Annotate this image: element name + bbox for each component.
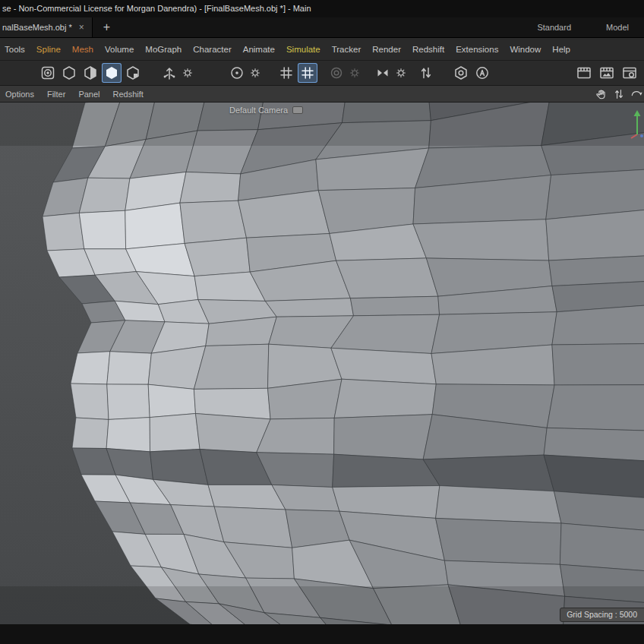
menu-redshift[interactable]: Redshift — [412, 45, 444, 54]
menu-character[interactable]: Character — [193, 45, 232, 54]
layout-standard[interactable]: Standard — [537, 23, 571, 32]
annotation-icon[interactable] — [472, 63, 492, 83]
snapping-icon[interactable] — [298, 63, 317, 83]
menu-bar: ToolsSplineMeshVolumeMoGraphCharacterAni… — [0, 37, 644, 60]
toolbar-group — [276, 63, 317, 83]
orbit-icon[interactable] — [629, 87, 644, 101]
mirror-options-gear-icon[interactable] — [394, 63, 407, 83]
camera-label[interactable]: Default Camera — [229, 106, 303, 115]
mirror-tool-icon[interactable] — [373, 63, 393, 83]
viewport-menu-filter[interactable]: Filter — [47, 90, 65, 99]
snap-settings-gear-icon[interactable] — [348, 63, 361, 83]
window-title-text: se - Non-Commercial License for Morgan D… — [2, 4, 311, 13]
tab-finalbasemesh[interactable]: nalBaseMesh.obj * × — [0, 17, 93, 37]
grid-spacing-readout: Grid Spacing : 5000 — [560, 608, 644, 622]
workplane-icon[interactable] — [276, 63, 296, 83]
menu-tools[interactable]: Tools — [5, 45, 25, 54]
menu-simulate[interactable]: Simulate — [286, 45, 320, 54]
viewport-controls — [594, 87, 644, 101]
toolbar — [0, 60, 644, 85]
timeline-bar — [0, 624, 644, 644]
pan-hand-icon[interactable] — [594, 87, 609, 101]
menu-help[interactable]: Help — [552, 45, 570, 54]
viewport[interactable]: Default Camera Grid Spacing : 5000 — [0, 103, 644, 624]
menu-spline[interactable]: Spline — [36, 45, 61, 54]
menu-tracker[interactable]: Tracker — [332, 45, 361, 54]
viewport-menu-bar: OptionsFilterPanelRedshift — [0, 85, 644, 103]
tab-close-icon[interactable]: × — [79, 23, 84, 32]
rotate-tool-options-gear-icon[interactable] — [248, 63, 261, 83]
viewport-menu-panel[interactable]: Panel — [78, 90, 99, 99]
menu-window[interactable]: Window — [510, 45, 541, 54]
menu-render[interactable]: Render — [372, 45, 401, 54]
move-tool-icon[interactable] — [159, 63, 179, 83]
viewport-top-shade — [0, 103, 644, 146]
toolbar-group — [38, 63, 143, 83]
menu-volume[interactable]: Volume — [105, 45, 134, 54]
menu-mesh[interactable]: Mesh — [72, 45, 93, 54]
axis-x-arrow — [631, 134, 637, 138]
menu-animate[interactable]: Animate — [243, 45, 275, 54]
dolly-arrows-icon[interactable] — [611, 87, 627, 101]
viewport-bottom-shade — [0, 586, 644, 624]
viewport-menu-options[interactable]: Options — [5, 90, 34, 99]
toolbar-group — [327, 63, 361, 83]
exchange-arrows-icon[interactable] — [416, 63, 436, 83]
move-tool-options-gear-icon[interactable] — [181, 63, 194, 83]
toolbar-group — [416, 63, 436, 83]
toolbar-group — [159, 63, 194, 83]
texture-mode-icon[interactable] — [80, 63, 100, 83]
toolbar-render-group — [574, 63, 639, 83]
snap-option-icon[interactable] — [327, 63, 346, 83]
viewport-menu-redshift[interactable]: Redshift — [113, 90, 144, 99]
viewport-canvas[interactable] — [0, 103, 644, 624]
render-settings-icon[interactable] — [620, 63, 639, 83]
make-editable-icon[interactable] — [38, 63, 58, 83]
asset-hexagon-icon[interactable] — [451, 63, 471, 83]
tab-bar: nalBaseMesh.obj * × + Standard Model — [0, 17, 644, 37]
menu-mograph[interactable]: MoGraph — [145, 45, 182, 54]
polygons-mode-icon[interactable] — [123, 63, 143, 83]
toolbar-group — [451, 63, 492, 83]
tab-label: nalBaseMesh.obj * — [2, 23, 72, 32]
layout-model[interactable]: Model — [606, 23, 629, 32]
render-picture-viewer-icon[interactable] — [597, 63, 617, 83]
toolbar-group — [227, 63, 261, 83]
rotate-tool-icon[interactable] — [227, 63, 247, 83]
toolbar-group — [373, 63, 407, 83]
new-tab-button[interactable]: + — [103, 21, 110, 33]
points-mode-icon[interactable] — [102, 63, 122, 83]
camera-menu-icon[interactable] — [292, 106, 303, 114]
menu-extensions[interactable]: Extensions — [456, 45, 498, 54]
window-title: se - Non-Commercial License for Morgan D… — [0, 0, 644, 17]
model-mode-icon[interactable] — [59, 63, 79, 83]
render-view-icon[interactable] — [574, 63, 594, 83]
axis-gizmo[interactable] — [627, 104, 644, 139]
camera-label-text: Default Camera — [229, 106, 288, 115]
layout-switcher: Standard Model — [537, 23, 644, 32]
